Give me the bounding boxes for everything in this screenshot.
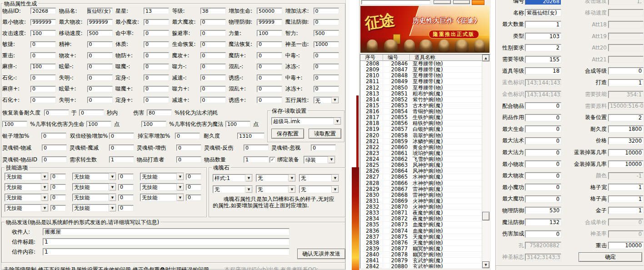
prop-input[interactable]: 0 <box>525 137 561 145</box>
ok-button[interactable]: 确定 <box>579 252 642 262</box>
prop-input[interactable]: 18 <box>525 67 561 75</box>
prop-input[interactable]: 1, <box>608 0 644 5</box>
attr-input[interactable]: 0 <box>200 41 226 48</box>
partial-button[interactable] <box>434 0 451 4</box>
prop-input[interactable]: 0 <box>525 125 561 133</box>
header-code[interactable]: 编号 <box>383 55 410 61</box>
item-row[interactable]: 281520853古木护腕(魔) <box>360 103 482 109</box>
prop-input[interactable]: 2 <box>525 44 561 51</box>
item-row[interactable]: 282520863风神护腕(魔) <box>360 162 482 168</box>
attr-input[interactable]: 0 <box>257 75 282 81</box>
prop-input[interactable]: 1 <box>608 79 644 86</box>
prop-input[interactable]: 143;144;143;1 <box>525 79 561 86</box>
prop-input[interactable]: 0 <box>525 114 561 121</box>
save-config-button[interactable]: 保存配置 <box>271 129 304 139</box>
attr-input[interactable]: 0 <box>314 8 339 14</box>
attr-input[interactable]: 0 <box>200 75 226 81</box>
skill-value-input[interactable]: 0 <box>50 184 66 190</box>
confirm-send-button[interactable]: 确认无误并发送 <box>297 249 345 259</box>
item-row[interactable]: 282420862飞雪护腕(物) <box>360 156 482 162</box>
attr-input[interactable]: 0 <box>30 86 56 92</box>
skill-select[interactable]: 无技能▼ <box>72 183 116 191</box>
mail-title-input[interactable]: 1 <box>43 238 290 245</box>
prop-input[interactable]: 758200882 <box>525 242 561 249</box>
item-row[interactable]: 281820856精铁护腕(物) <box>360 120 482 126</box>
skill-select[interactable]: 无技能▼ <box>5 173 49 180</box>
attr-input[interactable]: 999999 <box>30 19 56 25</box>
item-row[interactable]: 282220860黄金护腕(物) <box>360 145 482 150</box>
item-row[interactable]: 283720875天魔护腕(魔) <box>360 234 482 240</box>
attr-input[interactable]: 0 <box>30 52 56 59</box>
prop-input[interactable]: 1800 <box>608 125 644 133</box>
attr-input[interactable]: 999999 <box>87 19 113 25</box>
attr-input[interactable]: 0 <box>200 52 226 59</box>
item-row[interactable]: 280920847至尊腰带(魔) <box>360 67 482 73</box>
recipient-input[interactable]: 搬搬屋 <box>43 228 290 235</box>
prop-input[interactable]: -1 <box>608 172 644 180</box>
equip-color-select[interactable]: 绿装 ▼ <box>304 156 335 164</box>
skill-select[interactable]: 无技能▼ <box>5 204 49 212</box>
skill-value-input[interactable]: 0 <box>118 184 134 190</box>
skill-select[interactable]: 无技能▼ <box>140 173 184 180</box>
scrollbar-thumb[interactable] <box>482 212 489 220</box>
prop-input[interactable]: 0 <box>608 219 644 226</box>
skill-value-input[interactable]: 0 <box>186 195 201 201</box>
attr-input[interactable]: 0 <box>144 30 169 36</box>
skill-value-input[interactable]: 0 <box>50 174 66 180</box>
skill-select[interactable]: 无技能▼ <box>5 194 49 201</box>
soulstone-select[interactable]: 无▼ <box>256 174 296 182</box>
five-element-select[interactable]: 无▼ <box>314 97 339 104</box>
attr-input[interactable]: 20268 <box>30 8 56 14</box>
prop-input[interactable] <box>608 56 644 63</box>
prop-input[interactable]: 0 <box>525 195 561 203</box>
attr-input[interactable]: 0 <box>257 97 282 103</box>
scroll-up-icon[interactable]: ▲ <box>482 55 489 61</box>
attr-input[interactable]: 0 <box>257 64 282 70</box>
attr-input[interactable]: 0 <box>200 19 226 25</box>
item-row[interactable]: 282320861琥珀护腕(魔) <box>360 150 482 156</box>
item-row[interactable]: 284220880玄武护腕(物) <box>360 264 482 268</box>
item-row[interactable]: 283920877幽冥护腕(魔) <box>360 246 482 252</box>
bonus-input[interactable]: 0 <box>175 133 200 139</box>
attr-input[interactable]: 0 <box>144 75 169 81</box>
attr-input[interactable]: 50000 <box>257 8 282 14</box>
item-row[interactable]: 281120849至尊腰带(魔) <box>360 79 482 85</box>
prop-input[interactable] <box>608 21 644 28</box>
attr-input[interactable]: 0 <box>314 75 339 81</box>
load-config-button[interactable]: 读取配置 <box>309 129 341 139</box>
bind-equip-checkbox[interactable]: ✓ <box>270 157 275 163</box>
attr-input[interactable]: 13 <box>144 8 169 14</box>
prop-input[interactable]: 530 <box>525 207 561 214</box>
attr-input[interactable]: 0 <box>200 30 226 36</box>
skill-value-input[interactable]: 0 <box>186 184 201 190</box>
attr-input[interactable]: 0 <box>144 52 169 59</box>
convert-magic-pct-input[interactable]: 100 <box>141 121 166 127</box>
attr-input[interactable]: 0 <box>314 64 339 70</box>
prop-input[interactable]: 15000:516-0-5 <box>608 102 644 110</box>
item-row[interactable]: 283420872夜魔护腕(物) <box>360 216 482 222</box>
attr-input[interactable]: 0 <box>30 75 56 81</box>
attr-input[interactable]: 0 <box>314 52 339 59</box>
prop-input[interactable]: 1 <box>608 195 644 203</box>
prop-input[interactable]: 0 <box>608 67 644 75</box>
attr-input[interactable]: 1000 <box>314 41 339 48</box>
prop-input[interactable]: 1 <box>608 184 644 191</box>
prop-input[interactable]: 10000 <box>608 160 644 168</box>
soul-lock-input[interactable]: 0 <box>42 145 67 151</box>
attr-input[interactable]: 0 <box>144 64 169 70</box>
skill-select[interactable]: 无技能▼ <box>72 173 116 180</box>
prop-input[interactable]: 0 <box>525 149 561 156</box>
attr-input[interactable]: 0 <box>144 41 169 48</box>
attr-input[interactable]: 0 <box>87 64 113 70</box>
seconds-input[interactable]: 0 <box>79 110 104 116</box>
skill-select[interactable]: 无技能▼ <box>72 204 116 212</box>
attr-input[interactable]: 0 <box>87 75 113 81</box>
prop-input[interactable]: 0 <box>525 102 561 110</box>
attr-input[interactable]: 0 <box>314 19 339 25</box>
prop-input[interactable]: 1 <box>608 207 644 214</box>
attr-input[interactable]: 紫薇仙铠(女) <box>87 8 113 14</box>
item-row[interactable]: 283220870火神护腕(物) <box>360 204 482 210</box>
soulstone-select[interactable]: 无▼ <box>213 185 253 193</box>
item-row[interactable]: 283820876天魔护腕(物) <box>360 240 482 246</box>
header-seq[interactable]: 序号 <box>360 55 383 61</box>
